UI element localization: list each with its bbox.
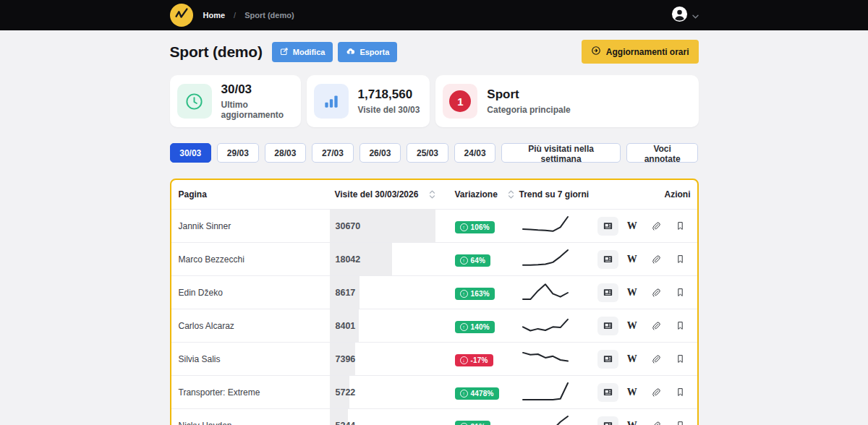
news-icon[interactable] [597,383,619,402]
news-icon[interactable] [597,416,619,425]
change-arrow-icon: ↑ [460,423,468,425]
wikipedia-icon[interactable]: W [621,283,643,302]
bookmark-icon[interactable] [670,383,692,402]
date-tab-4[interactable]: 26/03 [359,143,401,163]
rank-number: 1 [449,90,471,112]
date-tab-2[interactable]: 28/03 [265,143,307,163]
col-header-variazione: Variazione [455,189,498,199]
paperclip-icon[interactable] [646,317,668,335]
sort-visite-button[interactable] [429,190,435,199]
card-ultimo-aggiornamento: 30/03 Ultimo aggiornamento [170,75,301,127]
card-categoria: 1 Sport Categoria principale [435,75,698,127]
visits-value: 8401 [330,321,356,331]
zigzag-sparkline-icon [174,6,190,25]
change-badge: ↑ 21% [455,421,491,425]
news-icon[interactable] [597,317,619,335]
date-tab-7[interactable]: Più visitati nella settimana [501,143,620,163]
trend-sparkline [519,213,597,239]
visits-value: 5244 [330,421,356,425]
paperclip-icon[interactable] [646,416,668,425]
wikipedia-icon[interactable]: W [621,317,643,335]
variazione-cell: ↑ 21% [455,418,519,425]
page-name: Edin Džeko [171,288,330,298]
page-title: Sport (demo) [170,43,263,61]
user-menu[interactable] [671,6,699,25]
paperclip-icon[interactable] [646,283,668,302]
sort-variazione-button[interactable] [508,190,514,199]
bookmark-icon[interactable] [670,416,692,425]
date-tab-3[interactable]: 27/03 [312,143,354,163]
news-icon[interactable] [597,217,619,236]
variazione-cell: ↑ 4478% [455,385,519,400]
cloud-upload-icon [346,47,355,57]
paperclip-icon[interactable] [646,217,668,236]
page-name: Marco Bezzecchi [171,254,330,265]
page-name: Transporter: Extreme [171,387,330,398]
paperclip-icon[interactable] [646,383,668,402]
visits-value: 5722 [330,387,356,398]
change-badge: ↑ 106% [455,221,495,233]
table-row[interactable]: Edin Džeko 8617 ↑ 163% W [171,275,697,309]
date-tab-1[interactable]: 29/03 [217,143,259,163]
bookmark-icon[interactable] [670,250,692,269]
variazione-cell: ↑ 163% [455,286,519,300]
change-value: -17% [471,356,488,364]
wikipedia-icon[interactable]: W [621,250,643,269]
aggiornamenti-orari-button[interactable]: Aggiornamenti orari [582,40,699,64]
row-actions: W [597,317,697,335]
trend-sparkline [519,379,597,405]
breadcrumb: Home / Sport (demo) [203,11,294,20]
table-row[interactable]: Nicky Hayden 5244 ↑ 21% W [171,408,697,425]
bookmark-icon[interactable] [670,317,692,335]
esporta-label: Esporta [359,48,389,56]
date-tab-5[interactable]: 25/03 [407,143,448,163]
variazione-cell: ↑ 106% [455,219,519,233]
table-row[interactable]: Silvia Salis 7396 ↓ -17% W [171,342,697,375]
bookmark-icon[interactable] [670,283,692,302]
wikipedia-icon[interactable]: W [621,383,643,402]
date-tab-0[interactable]: 30/03 [170,143,212,163]
wikipedia-icon[interactable]: W [621,217,643,236]
app-logo[interactable] [170,4,193,27]
paperclip-icon[interactable] [646,350,668,369]
wikipedia-icon[interactable]: W [621,416,643,425]
paperclip-icon[interactable] [646,250,668,269]
news-icon[interactable] [597,350,619,369]
card-value: Sport [487,87,570,102]
card-value: 30/03 [221,82,291,97]
card-label: Visite del 30/03 [358,105,420,115]
change-badge: ↑ 140% [455,321,495,333]
visits-value: 30670 [330,221,361,231]
esporta-button[interactable]: Esporta [338,42,397,62]
news-icon[interactable] [597,250,619,269]
trend-sparkline [519,246,597,272]
trend-sparkline [519,313,597,339]
col-header-pagina: Pagina [171,189,330,199]
col-header-azioni: Azioni [597,189,697,199]
variazione-cell: ↓ -17% [455,352,519,366]
bookmark-icon[interactable] [670,217,692,236]
row-actions: W [597,416,697,425]
card-visite: 1,718,560 Visite del 30/03 [307,75,430,127]
visits-cell: 18042 [330,243,455,275]
row-actions: W [597,383,697,402]
change-arrow-icon: ↓ [460,356,468,364]
edit-icon [280,47,289,57]
date-tab-8[interactable]: Voci annotate [626,143,699,163]
table-row[interactable]: Jannik Sinner 30670 ↑ 106% W [171,209,697,242]
visits-cell: 5722 [330,376,455,408]
date-tab-6[interactable]: 24/03 [454,143,496,163]
news-icon[interactable] [597,283,619,302]
table-row[interactable]: Carlos Alcaraz 8401 ↑ 140% W [171,309,697,342]
modifica-button[interactable]: Modifica [272,42,333,62]
wikipedia-icon[interactable]: W [621,350,643,369]
row-actions: W [597,350,697,369]
breadcrumb-home-link[interactable]: Home [203,11,226,20]
table-header: Pagina Visite del 30/03/2026 Variazione … [171,180,697,209]
change-value: 106% [471,223,490,231]
card-label: Categoria principale [487,105,570,115]
bookmark-icon[interactable] [670,350,692,369]
table-row[interactable]: Transporter: Extreme 5722 ↑ 4478% W [171,375,697,408]
change-badge: ↓ -17% [455,354,493,366]
table-row[interactable]: Marco Bezzecchi 18042 ↑ 64% W [171,242,697,275]
